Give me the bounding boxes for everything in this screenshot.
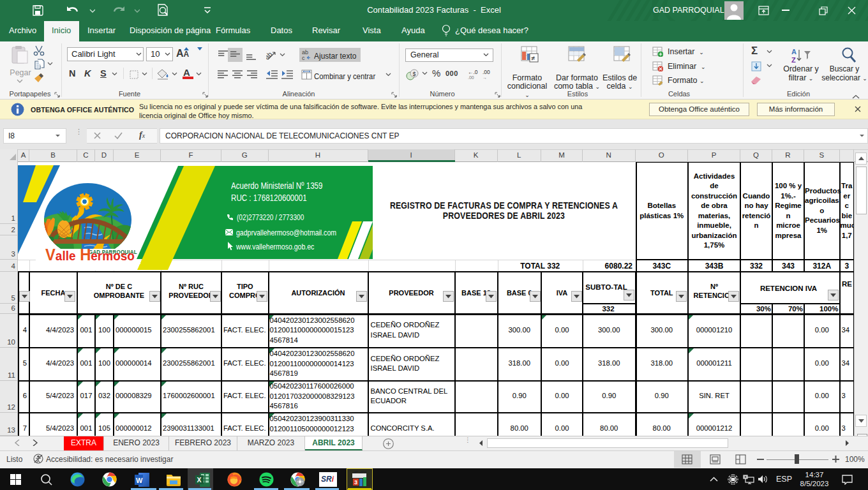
svg-text:←.0: ←.0 <box>468 69 478 75</box>
svg-text:.00: .00 <box>468 75 474 80</box>
svg-text:Z: Z <box>791 56 796 64</box>
svg-text:A: A <box>791 48 797 56</box>
svg-text:X: X <box>197 476 202 484</box>
svg-text:W: W <box>136 477 143 484</box>
svg-text:ab: ab <box>266 50 274 61</box>
svg-text:→: → <box>483 75 487 80</box>
svg-text:3: 3 <box>354 479 357 486</box>
svg-text:≠: ≠ <box>531 54 535 62</box>
svg-text:.00: .00 <box>483 69 490 75</box>
svg-text:$: $ <box>413 71 416 77</box>
svg-text:c: c <box>302 55 305 61</box>
